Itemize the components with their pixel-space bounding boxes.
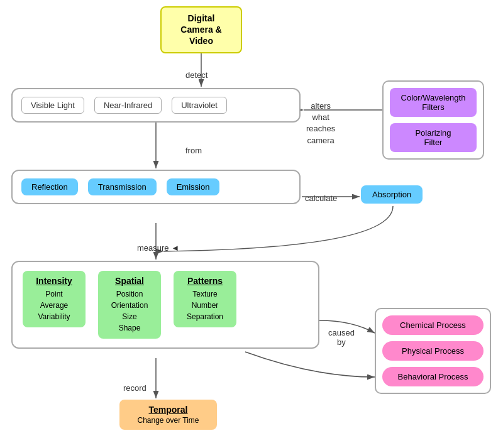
measure-group: Intensity PointAverageVariability Spatia…: [11, 261, 319, 349]
label-alters: alters what reaches camera: [306, 101, 335, 146]
visible-light-item: Visible Light: [21, 97, 84, 114]
light-group: Visible Light Near-Infrared Ultraviolet: [11, 88, 301, 123]
label-detect: detect: [185, 70, 207, 80]
intensity-title: Intensity: [31, 276, 77, 286]
transmission-item: Transmission: [88, 178, 157, 195]
patterns-subs: TextureNumberSeparation: [187, 290, 223, 321]
camera-label: DigitalCamera & Video: [180, 13, 221, 46]
temporal-sub: Change over Time: [127, 416, 209, 425]
diagram: DigitalCamera & Video detect Visible Lig…: [0, 0, 503, 448]
physical-process: Physical Process: [382, 341, 484, 361]
intensity-item: Intensity PointAverageVariability: [23, 271, 86, 327]
absorption-box: Absorption: [361, 185, 423, 204]
spatial-subs: PositionOrientationSizeShape: [111, 290, 148, 332]
process-group: Chemical Process Physical Process Behavi…: [375, 308, 491, 394]
spatial-title: Spatial: [107, 276, 152, 286]
temporal-title: Temporal: [127, 405, 209, 415]
spatial-item: Spatial PositionOrientationSizeShape: [98, 271, 161, 339]
ultraviolet-item: Ultraviolet: [172, 97, 227, 114]
reflection-group: Reflection Transmission Emission: [11, 170, 301, 204]
intensity-subs: PointAverageVariability: [38, 290, 70, 321]
behavioral-process: Behavioral Process: [382, 367, 484, 386]
camera-box: DigitalCamera & Video: [160, 6, 242, 53]
reflection-item: Reflection: [21, 178, 78, 195]
label-from: from: [185, 146, 202, 155]
label-record: record: [123, 383, 146, 393]
patterns-item: Patterns TextureNumberSeparation: [174, 271, 236, 327]
color-wavelength-filter: Color/WavelengthFilters: [390, 88, 477, 117]
chemical-process: Chemical Process: [382, 315, 484, 335]
near-infrared-item: Near-Infrared: [94, 97, 162, 114]
emission-item: Emission: [167, 178, 220, 195]
label-measure: measure ◄: [137, 243, 179, 253]
filters-group: Color/WavelengthFilters PolarizingFilter: [382, 80, 484, 160]
temporal-box: Temporal Change over Time: [119, 400, 217, 430]
polarizing-filter: PolarizingFilter: [390, 123, 477, 152]
patterns-title: Patterns: [182, 276, 228, 286]
label-caused: caused by: [328, 328, 355, 347]
label-calculate: calculate: [305, 194, 337, 203]
